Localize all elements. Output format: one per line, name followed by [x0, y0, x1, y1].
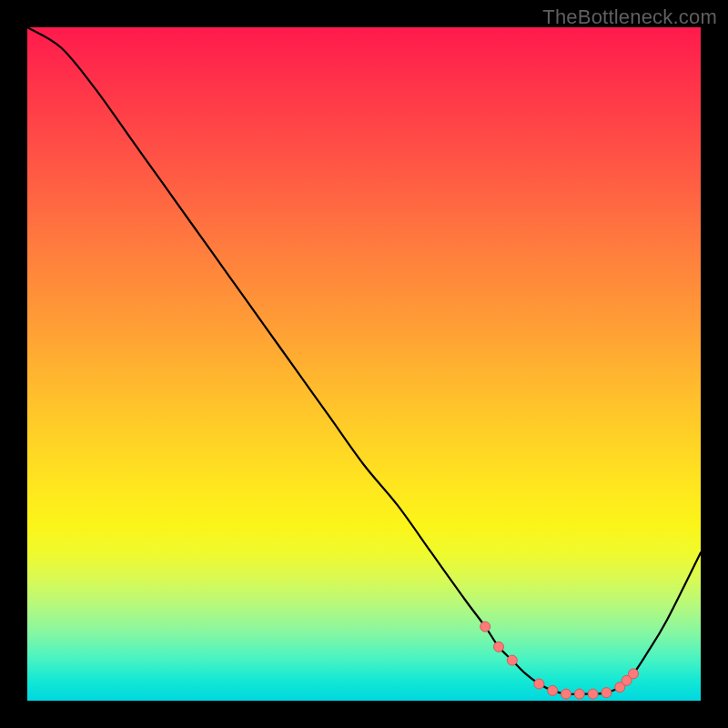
curve-markers: [480, 622, 639, 699]
chart-container: TheBottleneck.com: [0, 0, 728, 728]
curve-marker: [534, 679, 544, 689]
curve-marker: [629, 669, 639, 679]
curve-marker: [548, 685, 558, 695]
curve-marker: [480, 622, 490, 632]
curve-marker: [507, 655, 517, 665]
curve-marker: [602, 688, 612, 698]
curve-marker: [574, 689, 584, 699]
curve-layer: [27, 27, 701, 701]
attribution-text: TheBottleneck.com: [542, 5, 717, 29]
curve-marker: [494, 642, 504, 652]
bottleneck-curve: [27, 27, 701, 694]
curve-marker: [561, 689, 571, 699]
curve-marker: [588, 689, 598, 699]
plot-area: [27, 27, 701, 701]
